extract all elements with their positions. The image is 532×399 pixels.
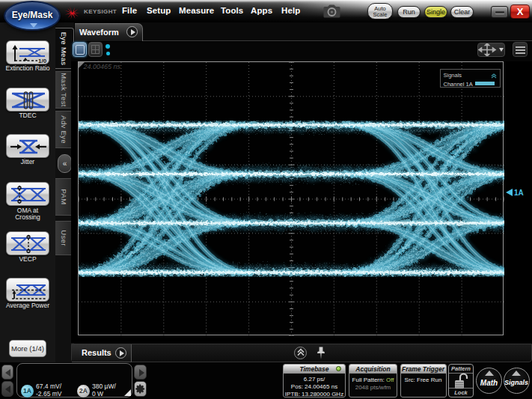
svg-text:1/0: 1/0 (38, 58, 47, 63)
